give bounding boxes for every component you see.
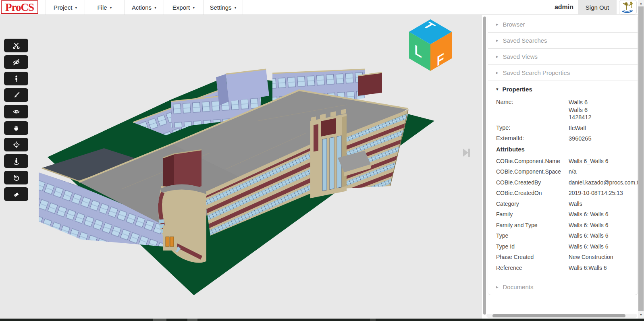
organization-logo [619, 0, 637, 14]
scroll-down-arrow-icon[interactable]: ▼ [638, 312, 644, 317]
menu-item[interactable]: File ▾ [85, 0, 125, 14]
attribute-row: Reference Walls 6:Walls 6 [496, 263, 638, 273]
attribute-label: COBie.CreatedBy [496, 179, 569, 186]
attribute-label: Phase Created [496, 254, 569, 260]
property-field-label: ExternalId: [496, 135, 569, 143]
chevron-down-icon: ▾ [235, 5, 237, 10]
attribute-value: n/a [569, 168, 576, 175]
bottom-bar-segment [370, 319, 376, 321]
chevron-right-icon: ▸ [496, 54, 499, 59]
scissors-icon [12, 42, 20, 50]
attribute-row: COBie.CreatedBy daniel.kazado@procs.com.… [496, 177, 638, 188]
panel-section-header[interactable]: ▸ Saved Searches [488, 33, 638, 49]
panel-section-label: Saved Search Properties [503, 69, 570, 76]
undo-button[interactable] [4, 171, 28, 184]
view-button[interactable] [4, 105, 28, 118]
building-model: T L F [0, 15, 482, 319]
undo-icon [12, 174, 20, 182]
chevron-right-icon: ▸ [496, 38, 499, 43]
model-viewport[interactable]: T L F [0, 15, 482, 319]
crosshairs-icon [12, 141, 20, 149]
tool-palette [4, 39, 28, 201]
property-field-row: Name: Walls 6 Walls 6 1428412 [496, 99, 638, 121]
attribute-value: Walls 6_Walls 6 [569, 158, 609, 164]
chevron-down-icon: ▾ [496, 87, 499, 92]
chevron-right-icon: ▸ [496, 70, 499, 75]
attribute-row: COBie.CreatedOn 2019-10-08T14:25:13 [496, 188, 638, 199]
panel-horizontal-scrollbar-thumb[interactable] [492, 314, 625, 317]
menu-item-label: Project [54, 4, 73, 11]
street-view-button[interactable] [4, 154, 28, 168]
menu-item[interactable]: Export ▾ [164, 0, 204, 14]
person-mode-button[interactable] [4, 72, 28, 85]
attribute-label: Family and Type [496, 222, 569, 228]
pan-button[interactable] [4, 121, 28, 135]
documents-section-header[interactable]: ▸ Documents [488, 279, 638, 295]
property-field-value: 3960265 [569, 135, 591, 143]
chevron-down-icon: ▾ [75, 5, 77, 10]
organization-logo-icon [620, 1, 636, 14]
attribute-row: Phase Created New Construction [496, 252, 638, 263]
menu-item[interactable]: Settings ▾ [204, 0, 243, 14]
attribute-value: 2019-10-08T14:25:13 [569, 190, 623, 196]
bottom-bar-segment [187, 319, 197, 321]
attribute-label: Category [496, 201, 569, 207]
bottom-edge-bar [0, 319, 644, 321]
cut-section-button[interactable] [4, 39, 28, 52]
eye-icon [12, 108, 20, 116]
menu-item[interactable]: Project ▾ [46, 0, 85, 14]
property-field-value: IfcWall [569, 124, 586, 132]
attribute-label: Type [496, 232, 569, 239]
panel-section-header[interactable]: ▸ Saved Search Properties [488, 65, 638, 81]
attribute-value: daniel.kazado@procs.com.t [569, 179, 638, 186]
documents-section-label: Documents [503, 284, 534, 290]
attribute-value: Walls 6: Walls 6 [569, 232, 609, 239]
scroll-up-arrow-icon[interactable]: ▲ [638, 0, 644, 6]
property-field-label: Name: [496, 99, 569, 121]
panel-section-label: Saved Views [503, 53, 538, 60]
eye-slash-icon [12, 58, 20, 66]
panel-collapse-handle[interactable] [462, 147, 472, 158]
paint-button[interactable] [4, 88, 28, 102]
panel-section-label: Browser [503, 21, 525, 28]
page-scrollbar-thumb[interactable] [638, 6, 644, 311]
attribute-row: Family and Type Walls 6: Walls 6 [496, 220, 638, 231]
panel-section-header[interactable]: ▸ Browser [488, 17, 638, 33]
chevron-down-icon: ▾ [193, 5, 195, 10]
attributes-title: Attributes [496, 146, 638, 153]
attribute-row: Category Walls [496, 199, 638, 209]
panel-section-header[interactable]: ▸ Saved Views [488, 49, 638, 65]
menu-item[interactable]: Actions ▾ [125, 0, 164, 14]
chevron-right-icon: ▸ [496, 284, 499, 290]
attribute-row: Family Walls 6: Walls 6 [496, 209, 638, 220]
app-logo-text: ProCS [5, 2, 34, 13]
chevron-right-icon: ▸ [496, 22, 499, 27]
panel-section-label: Saved Searches [503, 37, 547, 44]
properties-section-header[interactable]: ▾ Properties [488, 81, 638, 97]
attribute-label: Reference [496, 265, 569, 271]
attribute-value: Walls 6: Walls 6 [569, 222, 609, 228]
focus-button[interactable] [4, 138, 28, 151]
attribute-value: Walls 6: Walls 6 [569, 211, 609, 217]
street-view-icon [12, 157, 20, 165]
erase-button[interactable] [4, 187, 28, 201]
paint-brush-icon [12, 91, 20, 99]
top-menu-bar: ProCS Project ▾ File ▾ Actions ▾ Export … [0, 0, 638, 15]
attribute-label: Type Id [496, 243, 569, 250]
app-logo[interactable]: ProCS [1, 0, 38, 14]
nav-cube[interactable]: T L F [409, 19, 452, 71]
menu-item-label: Export [172, 4, 190, 11]
attribute-row: Type Walls 6: Walls 6 [496, 230, 638, 241]
attribute-label: COBie.Component.Space [496, 168, 569, 175]
attribute-label: COBie.Component.Name [496, 158, 569, 164]
panel-scrollbar[interactable] [483, 17, 486, 315]
eraser-icon [12, 191, 20, 198]
bottom-bar-segment [153, 319, 166, 321]
panel-horizontal-scrollbar[interactable] [486, 314, 637, 318]
attribute-row: Type Id Walls 6: Walls 6 [496, 241, 638, 252]
property-field-row: Type: IfcWall [496, 124, 638, 132]
entrance-tower [310, 109, 347, 198]
page-vertical-scrollbar[interactable]: ▲ ▼ [638, 0, 644, 319]
hide-element-button[interactable] [4, 55, 28, 69]
sign-out-button[interactable]: Sign Out [578, 0, 617, 15]
